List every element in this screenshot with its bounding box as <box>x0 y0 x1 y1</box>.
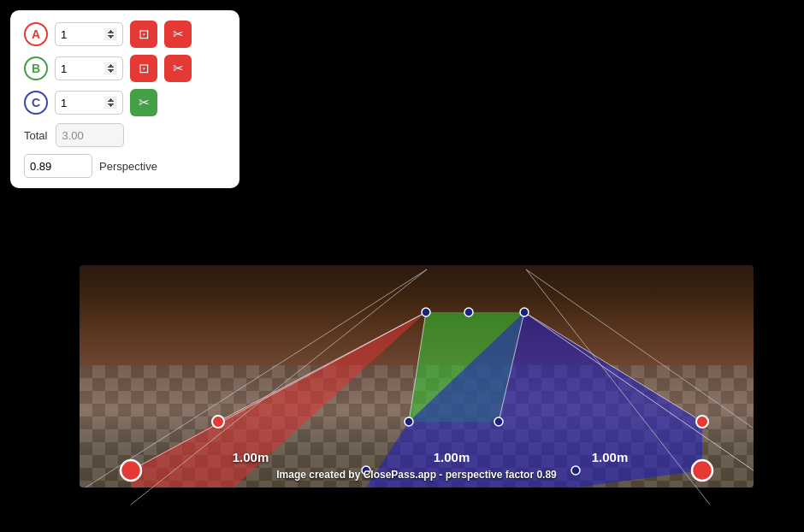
cut-btn-a[interactable]: ✂ <box>164 21 192 48</box>
watermark: Image created by ClosePass.app - perspec… <box>276 469 556 481</box>
measurement-c: 1.00m <box>592 450 629 464</box>
control-bottom-center-right[interactable] <box>571 466 580 475</box>
perspective-row: Perspective <box>24 154 226 178</box>
input-a[interactable] <box>55 22 123 46</box>
frame-btn-b[interactable]: ⊡ <box>130 55 157 82</box>
label-c: C <box>24 91 48 115</box>
row-c: C ✂ <box>24 89 226 116</box>
row-b: B ⊡ ✂ <box>24 55 226 82</box>
control-top-mid[interactable] <box>464 308 473 316</box>
measurement-a: 1.00m <box>233 450 269 464</box>
row-a: A ⊡ ✂ <box>24 21 226 48</box>
input-b[interactable] <box>55 56 123 80</box>
control-mid-right[interactable] <box>696 416 708 428</box>
perspective-overlay: 1.00m 1.00m 1.00m <box>80 265 754 488</box>
control-top-left[interactable] <box>422 308 430 316</box>
total-value: 3.00 <box>56 123 124 147</box>
control-top-right[interactable] <box>520 308 529 316</box>
control-mid-center-right[interactable] <box>494 417 503 426</box>
total-row: Total 3.00 <box>24 123 226 147</box>
control-mid-left[interactable] <box>212 416 224 428</box>
label-b: B <box>24 56 48 80</box>
cut-btn-c[interactable]: ✂ <box>130 89 157 116</box>
measurement-b: 1.00m <box>434 450 470 464</box>
label-a: A <box>24 22 48 46</box>
perspective-label: Perspective <box>99 160 157 173</box>
total-label: Total <box>24 129 47 142</box>
control-bottom-left[interactable] <box>121 460 141 481</box>
control-bottom-right[interactable] <box>692 460 712 481</box>
perspective-input[interactable] <box>24 154 92 178</box>
input-c[interactable] <box>55 91 123 115</box>
image-area: 1.00m 1.00m 1.00m Image created by Close… <box>80 265 754 488</box>
control-panel: A ⊡ ✂ B ⊡ ✂ C ✂ Total 3.00 Perspective <box>10 10 239 188</box>
cut-btn-b[interactable]: ✂ <box>164 55 192 82</box>
control-mid-center-left[interactable] <box>405 417 413 426</box>
zone-a <box>131 312 426 488</box>
frame-btn-a[interactable]: ⊡ <box>130 21 157 48</box>
